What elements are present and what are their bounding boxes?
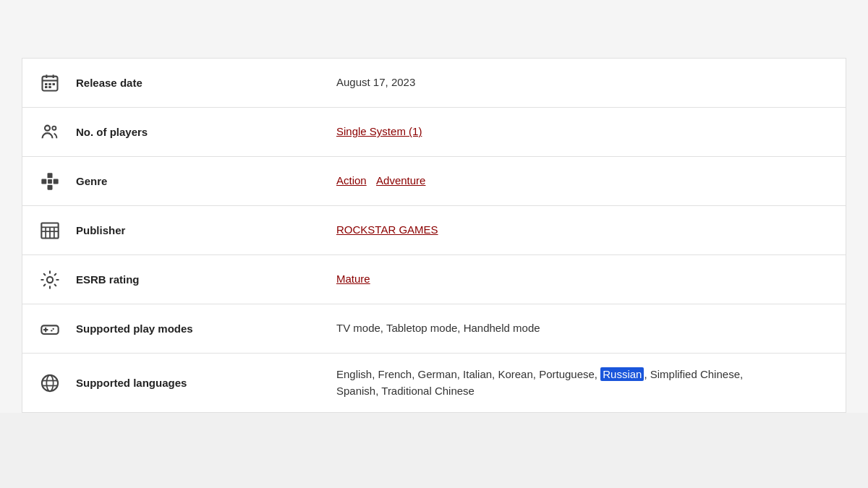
play-modes-label: Supported play modes xyxy=(76,322,336,335)
genre-icon xyxy=(40,171,60,192)
publisher-row: Publisher ROCKSTAR GAMES xyxy=(22,206,846,255)
languages-prefix: English, French, German, Italian, Korean… xyxy=(336,368,600,380)
play-modes-row: Supported play modes TV mode, Tabletop m… xyxy=(22,304,846,354)
languages-row: Supported languages English, French, Ger… xyxy=(22,354,846,412)
controller-icon xyxy=(40,319,60,339)
top-bar xyxy=(0,0,868,58)
release-date-label: Release date xyxy=(76,77,336,89)
publisher-label: Publisher xyxy=(76,224,336,236)
players-icon xyxy=(40,122,60,142)
svg-point-22 xyxy=(47,276,53,282)
svg-point-10 xyxy=(52,126,56,129)
languages-label: Supported languages xyxy=(76,377,336,389)
svg-point-28 xyxy=(42,374,58,390)
esrb-value: Mature xyxy=(336,271,828,288)
esrb-label: ESRB rating xyxy=(76,273,336,286)
svg-rect-7 xyxy=(45,86,48,88)
publisher-icon xyxy=(40,221,60,241)
adventure-link[interactable]: Adventure xyxy=(376,174,425,187)
rockstar-games-link[interactable]: ROCKSTAR GAMES xyxy=(336,223,438,236)
svg-rect-4 xyxy=(45,83,48,85)
num-players-label: No. of players xyxy=(76,126,336,138)
svg-rect-8 xyxy=(48,86,51,88)
settings-icon xyxy=(40,270,60,290)
globe-icon-cell xyxy=(40,373,76,393)
genre-row: Genre Action Adventure xyxy=(22,157,846,206)
russian-highlight[interactable]: Russian xyxy=(600,367,644,381)
num-players-value: Single System (1) xyxy=(336,124,828,140)
play-modes-value: TV mode, Tabletop mode, Handheld mode xyxy=(336,320,828,337)
svg-point-26 xyxy=(53,328,54,329)
languages-value: English, French, German, Italian, Korean… xyxy=(336,367,828,399)
svg-rect-12 xyxy=(48,184,53,189)
players-icon-cell xyxy=(40,122,76,142)
svg-rect-14 xyxy=(54,179,59,184)
genre-icon-cell xyxy=(40,171,76,192)
calendar-icon xyxy=(40,73,60,93)
svg-point-27 xyxy=(51,330,52,331)
svg-rect-15 xyxy=(48,179,52,184)
genre-label: Genre xyxy=(76,175,336,187)
svg-rect-13 xyxy=(41,179,46,184)
svg-rect-5 xyxy=(48,83,51,85)
esrb-row: ESRB rating Mature xyxy=(22,255,846,304)
content-card: Release date August 17, 2023 No. of play… xyxy=(22,58,846,413)
publisher-value: ROCKSTAR GAMES xyxy=(336,222,828,239)
globe-icon xyxy=(40,373,60,393)
single-system-link[interactable]: Single System (1) xyxy=(336,125,422,137)
svg-point-9 xyxy=(45,125,50,130)
esrb-icon-cell xyxy=(40,270,76,290)
release-date-value: August 17, 2023 xyxy=(336,74,828,91)
release-date-row: Release date August 17, 2023 xyxy=(22,59,846,108)
num-players-row: No. of players Single System (1) xyxy=(22,108,846,157)
svg-rect-6 xyxy=(53,83,56,85)
bottom-area xyxy=(0,413,868,488)
action-link[interactable]: Action xyxy=(336,174,367,187)
calendar-icon-cell xyxy=(40,73,76,93)
svg-point-29 xyxy=(46,374,53,390)
publisher-icon-cell xyxy=(40,221,76,241)
mature-link[interactable]: Mature xyxy=(336,273,370,285)
svg-rect-11 xyxy=(48,173,53,178)
genre-value: Action Adventure xyxy=(336,173,828,189)
controller-icon-cell xyxy=(40,319,76,339)
page-wrapper: Release date August 17, 2023 No. of play… xyxy=(0,0,868,488)
